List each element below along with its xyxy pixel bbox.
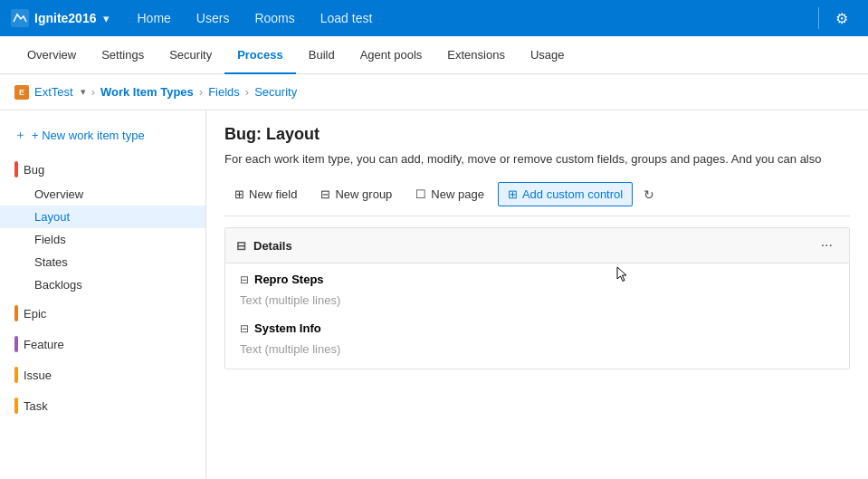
tab-process[interactable]: Process [224, 36, 296, 74]
tab-usage[interactable]: Usage [518, 36, 577, 74]
breadcrumb-sep-2: › [199, 85, 203, 99]
org-dropdown-icon[interactable]: ▾ [103, 12, 110, 25]
sidebar-epic-label: Epic [24, 307, 46, 321]
new-work-item-type-button[interactable]: ＋ + New work item type [0, 121, 205, 148]
sidebar-feature-header[interactable]: Feature [0, 331, 205, 358]
breadcrumb-dropdown-icon[interactable]: ▾ [81, 86, 86, 98]
sidebar-section-epic: Epic [0, 300, 205, 327]
sidebar-bug-header[interactable]: Bug [0, 156, 205, 183]
new-field-button[interactable]: ⊞ New field [224, 182, 307, 206]
project-logo-icon: E [14, 85, 29, 100]
nav-rooms[interactable]: Rooms [242, 0, 307, 36]
content-area: Bug: Layout For each work item type, you… [206, 110, 868, 479]
system-info-label: System Info [254, 321, 321, 335]
new-page-button[interactable]: ☐ New page [405, 182, 494, 206]
org-logo[interactable]: Ignite2016 [11, 9, 96, 27]
breadcrumb-sep-1: › [91, 85, 95, 99]
custom-control-icon: ⊞ [508, 187, 518, 201]
details-section-icon: ⊟ [236, 239, 246, 253]
issue-color-bar [14, 367, 18, 383]
nav-separator [818, 7, 819, 29]
tab-build[interactable]: Build [296, 36, 348, 74]
breadcrumb-security[interactable]: Security [254, 85, 297, 99]
page-title: Bug: Layout [224, 125, 850, 144]
details-section-body: ⊟ Repro Steps Text (multiple lines) ⊟ Sy… [225, 263, 849, 369]
org-name: Ignite2016 [34, 11, 96, 25]
new-group-icon: ⊟ [320, 187, 330, 201]
nav-home[interactable]: Home [124, 0, 183, 36]
sidebar-bug-fields[interactable]: Fields [0, 228, 205, 251]
tab-settings[interactable]: Settings [89, 36, 157, 74]
details-section: ⊟ Details ··· ⊟ Repro Steps Text (multip… [224, 227, 850, 369]
repro-steps-label: Repro Steps [254, 273, 324, 286]
add-custom-control-button[interactable]: ⊞ Add custom control [498, 182, 633, 206]
refresh-button[interactable]: ↻ [636, 183, 662, 206]
nav-users[interactable]: Users [184, 0, 243, 36]
sidebar-bug-label: Bug [24, 163, 44, 177]
new-page-icon: ☐ [415, 187, 426, 201]
sidebar-bug-backlogs[interactable]: Backlogs [0, 273, 205, 296]
sidebar-issue-label: Issue [24, 369, 52, 382]
task-color-bar [14, 398, 18, 414]
plus-icon: ＋ [14, 127, 26, 143]
sidebar-section-bug: Bug Overview Layout Fields States Backlo… [0, 156, 205, 296]
system-info-header: ⊟ System Info [240, 321, 835, 335]
system-info-icon: ⊟ [240, 322, 249, 335]
new-group-button[interactable]: ⊟ New group [310, 182, 402, 206]
tab-overview[interactable]: Overview [14, 36, 89, 74]
top-nav: Ignite2016 ▾ Home Users Rooms Load test … [0, 0, 868, 36]
sidebar-bug-layout[interactable]: Layout [0, 206, 205, 228]
top-nav-links: Home Users Rooms Load test [124, 0, 811, 36]
tab-security[interactable]: Security [157, 36, 224, 74]
breadcrumb-fields[interactable]: Fields [208, 85, 240, 99]
sidebar-task-label: Task [24, 399, 48, 413]
refresh-icon: ↻ [644, 187, 654, 202]
sidebar-section-feature: Feature [0, 331, 205, 358]
details-section-title: Details [253, 239, 292, 253]
new-page-label: New page [431, 187, 484, 201]
details-section-menu[interactable]: ··· [816, 235, 838, 255]
sidebar-section-task: Task [0, 392, 205, 419]
sidebar-issue-header[interactable]: Issue [0, 361, 205, 388]
epic-color-bar [14, 305, 18, 321]
new-field-label: New field [249, 187, 297, 201]
tab-agent-pools[interactable]: Agent pools [348, 36, 435, 74]
page-description: For each work item type, you can add, mo… [224, 151, 850, 168]
second-nav: Overview Settings Security Process Build… [0, 36, 868, 74]
sidebar-bug-overview[interactable]: Overview [0, 183, 205, 206]
sidebar-task-header[interactable]: Task [0, 392, 205, 419]
repro-steps-group: ⊟ Repro Steps Text (multiple lines) [240, 273, 835, 311]
breadcrumb-sep-3: › [245, 85, 249, 99]
sidebar-bug-states[interactable]: States [0, 251, 205, 273]
settings-icon[interactable]: ⚙ [826, 10, 857, 27]
sidebar-epic-header[interactable]: Epic [0, 300, 205, 327]
add-custom-control-label: Add custom control [522, 187, 623, 201]
breadcrumb: E ExtTest ▾ › Work Item Types › Fields ›… [0, 74, 868, 110]
sidebar-section-issue: Issue [0, 361, 205, 388]
bug-color-bar [14, 161, 18, 177]
sidebar: ＋ + New work item type Bug Overview Layo… [0, 110, 206, 479]
breadcrumb-org[interactable]: ExtTest [34, 85, 73, 99]
tab-extensions[interactable]: Extensions [434, 36, 518, 74]
repro-steps-placeholder: Text (multiple lines) [240, 290, 835, 311]
new-field-icon: ⊞ [234, 187, 244, 201]
details-header-left: ⊟ Details [236, 239, 292, 253]
system-info-placeholder: Text (multiple lines) [240, 339, 835, 359]
new-group-label: New group [335, 187, 392, 201]
system-info-group: ⊟ System Info Text (multiple lines) [240, 321, 835, 359]
nav-loadtest[interactable]: Load test [308, 0, 386, 36]
sidebar-feature-label: Feature [24, 338, 64, 351]
details-section-header: ⊟ Details ··· [225, 228, 849, 263]
main-layout: ＋ + New work item type Bug Overview Layo… [0, 110, 868, 479]
repro-steps-header: ⊟ Repro Steps [240, 273, 835, 286]
toolbar: ⊞ New field ⊟ New group ☐ New page ⊞ Add… [224, 182, 850, 216]
breadcrumb-work-item-types[interactable]: Work Item Types [100, 85, 194, 99]
repro-steps-icon: ⊟ [240, 273, 249, 286]
feature-color-bar [14, 336, 18, 352]
